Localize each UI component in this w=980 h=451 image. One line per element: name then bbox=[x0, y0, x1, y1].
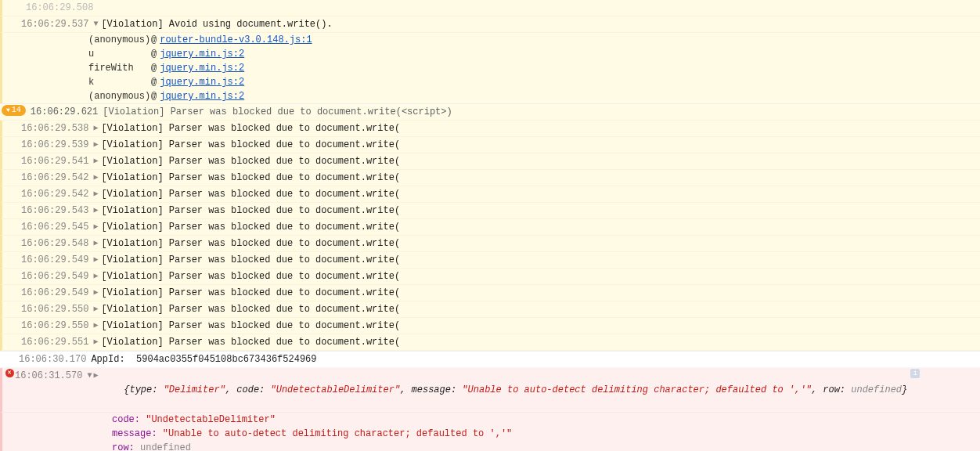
timestamp: 16:06:29.548 bbox=[21, 236, 88, 251]
log-row[interactable]: 16:06:30.170 AppId: 5904ac0355f045108bc6… bbox=[0, 351, 980, 368]
log-row-violation[interactable]: 16:06:29.550[Violation] Parser was block… bbox=[0, 301, 980, 318]
log-message: [Violation] Parser was blocked due to do… bbox=[103, 105, 452, 119]
object-property: code: "UndetectableDelimiter" bbox=[0, 413, 980, 427]
disclosure-icon[interactable] bbox=[93, 171, 101, 185]
source-link[interactable]: jquery.min.js:2 bbox=[160, 47, 244, 61]
timestamp: 16:06:29.549 bbox=[21, 286, 88, 300]
timestamp: 16:06:29.508 bbox=[10, 1, 93, 15]
timestamp: 16:06:29.621 bbox=[31, 105, 98, 119]
source-link[interactable]: jquery.min.js:2 bbox=[160, 61, 244, 75]
log-message: [Violation] Parser was blocked due to do… bbox=[101, 204, 400, 218]
timestamp: 16:06:29.539 bbox=[21, 138, 88, 152]
disclosure-icon[interactable] bbox=[93, 121, 101, 135]
repeat-count-badge[interactable]: ▼14 bbox=[2, 105, 26, 116]
log-row-violation[interactable]: 16:06:29.549[Violation] Parser was block… bbox=[0, 252, 980, 269]
timestamp: 16:06:29.549 bbox=[21, 253, 88, 267]
timestamp: 16:06:29.549 bbox=[21, 269, 88, 283]
log-message: [Violation] Parser was blocked due to do… bbox=[101, 302, 400, 316]
log-message: [Violation] Parser was blocked due to do… bbox=[101, 319, 400, 333]
object-summary: {type: "Delimiter", code: "UndetectableD… bbox=[101, 369, 907, 411]
disclosure-icon[interactable] bbox=[93, 138, 101, 152]
stack-frame: (anonymous) @ router-bundle-v3.0.148.js:… bbox=[0, 33, 980, 47]
log-message: [Violation] Parser was blocked due to do… bbox=[101, 286, 400, 300]
log-row-violation[interactable]: 16:06:29.551[Violation] Parser was block… bbox=[0, 334, 980, 351]
timestamp: 16:06:29.543 bbox=[21, 204, 88, 218]
disclosure-icon[interactable] bbox=[93, 17, 101, 31]
timestamp: 16:06:29.538 bbox=[21, 121, 88, 135]
log-row-violation[interactable]: 16:06:29.543[Violation] Parser was block… bbox=[0, 203, 980, 219]
timestamp: 16:06:29.541 bbox=[21, 154, 88, 168]
stack-frame: k @ jquery.min.js:2 bbox=[0, 75, 980, 89]
source-link[interactable]: router-bundle-v3.0.148.js:1 bbox=[160, 33, 312, 47]
error-icon: ✕ bbox=[5, 369, 14, 377]
timestamp: 16:06:29.550 bbox=[21, 319, 88, 333]
log-message: [Violation] Parser was blocked due to do… bbox=[101, 220, 400, 234]
disclosure-icon[interactable] bbox=[93, 269, 101, 283]
log-row-violation[interactable]: 16:06:29.549[Violation] Parser was block… bbox=[0, 269, 980, 285]
log-message: [Violation] Parser was blocked due to do… bbox=[101, 269, 400, 283]
timestamp: 16:06:30.170 bbox=[19, 352, 86, 366]
timestamp: 16:06:29.542 bbox=[21, 187, 88, 201]
log-row-violation[interactable]: 16:06:29.550[Violation] Parser was block… bbox=[0, 318, 980, 334]
stack-frame: fireWith @ jquery.min.js:2 bbox=[0, 61, 980, 75]
disclosure-icon[interactable] bbox=[93, 335, 101, 349]
source-link[interactable]: jquery.min.js:2 bbox=[160, 89, 244, 103]
log-row-violation[interactable]: 16:06:29.542[Violation] Parser was block… bbox=[0, 170, 980, 186]
timestamp: 16:06:29.545 bbox=[21, 220, 88, 234]
disclosure-icon[interactable] bbox=[93, 319, 101, 333]
log-row-violation[interactable]: 16:06:29.537 [Violation] Avoid using doc… bbox=[0, 16, 980, 33]
log-message: [Violation] Parser was blocked due to do… bbox=[101, 121, 400, 135]
stack-frame: (anonymous) @ jquery.min.js:2 bbox=[0, 89, 980, 103]
disclosure-icon[interactable] bbox=[93, 286, 101, 300]
disclosure-icon[interactable] bbox=[93, 302, 101, 316]
log-row-violation[interactable]: 16:06:29.539[Violation] Parser was block… bbox=[0, 137, 980, 153]
disclosure-icon[interactable] bbox=[93, 253, 101, 267]
log-row-violation[interactable]: 16:06:29.542[Violation] Parser was block… bbox=[0, 186, 980, 203]
log-row-violation[interactable]: 16:06:29.548[Violation] Parser was block… bbox=[0, 236, 980, 252]
disclosure-icon[interactable] bbox=[93, 236, 101, 251]
log-message: [Violation] Parser was blocked due to do… bbox=[101, 187, 400, 201]
source-link[interactable]: jquery.min.js:2 bbox=[160, 75, 244, 89]
timestamp: 16:06:29.551 bbox=[21, 335, 88, 349]
log-row-violation[interactable]: 16:06:29.549[Violation] Parser was block… bbox=[0, 285, 980, 301]
log-message: [Violation] Parser was blocked due to do… bbox=[101, 138, 400, 152]
log-row-violation[interactable]: 16:06:29.545[Violation] Parser was block… bbox=[0, 219, 980, 236]
timestamp: 16:06:29.537 bbox=[21, 17, 88, 31]
timestamp: 16:06:31.570 bbox=[15, 369, 82, 383]
object-property: row: undefined bbox=[0, 441, 980, 451]
log-message: [Violation] Parser was blocked due to do… bbox=[101, 253, 400, 267]
log-row-violation[interactable]: 16:06:29.541[Violation] Parser was block… bbox=[0, 153, 980, 170]
log-row-truncated: 16:06:29.508 bbox=[0, 0, 980, 16]
log-message: [Violation] Parser was blocked due to do… bbox=[101, 236, 400, 251]
timestamp: 16:06:29.542 bbox=[21, 171, 88, 185]
log-message: [Violation] Parser was blocked due to do… bbox=[101, 171, 400, 185]
log-row-error[interactable]: ✕ 16:06:31.570 {type: "Delimiter", code:… bbox=[0, 368, 980, 413]
info-icon[interactable]: i bbox=[910, 369, 920, 378]
log-message: [Violation] Avoid using document.write()… bbox=[101, 17, 332, 31]
log-message: [Violation] Parser was blocked due to do… bbox=[101, 335, 400, 349]
disclosure-icon[interactable] bbox=[93, 154, 101, 168]
disclosure-icon[interactable] bbox=[93, 369, 101, 383]
log-message: AppId: 5904ac0355f045108bc673436f524969 bbox=[91, 352, 316, 366]
log-group-header[interactable]: ▼14 16:06:29.621 [Violation] Parser was … bbox=[0, 103, 980, 121]
object-property: message: "Unable to auto-detect delimiti… bbox=[0, 427, 980, 441]
log-row-violation[interactable]: 16:06:29.538[Violation] Parser was block… bbox=[0, 121, 980, 137]
disclosure-icon[interactable] bbox=[93, 204, 101, 218]
stack-frame: u @ jquery.min.js:2 bbox=[0, 47, 980, 61]
timestamp: 16:06:29.550 bbox=[21, 302, 88, 316]
log-message: [Violation] Parser was blocked due to do… bbox=[101, 154, 400, 168]
disclosure-icon[interactable] bbox=[93, 187, 101, 201]
disclosure-icon[interactable] bbox=[93, 220, 101, 234]
